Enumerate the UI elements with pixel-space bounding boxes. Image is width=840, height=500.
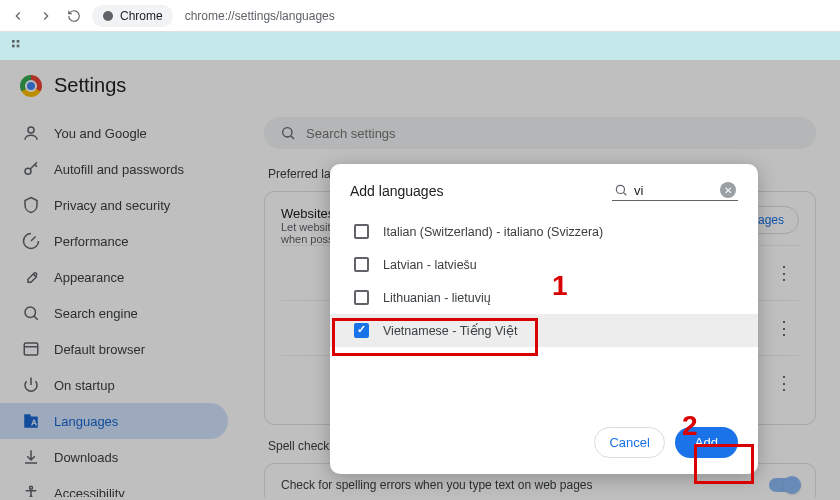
sidebar-item-on-startup[interactable]: On startup	[0, 367, 228, 403]
sidebar-item-privacy-and-security[interactable]: Privacy and security	[0, 187, 228, 223]
svg-point-11	[283, 128, 292, 137]
sidebar-item-label: Search engine	[54, 306, 138, 321]
svg-point-0	[103, 11, 113, 21]
search-icon	[22, 304, 40, 322]
window-icon	[22, 340, 40, 358]
sidebar-item-appearance[interactable]: Appearance	[0, 259, 228, 295]
sidebar-item-label: Downloads	[54, 450, 118, 465]
svg-rect-8	[24, 343, 38, 355]
key-icon	[22, 160, 40, 178]
sidebar-item-label: Appearance	[54, 270, 124, 285]
sidebar-item-label: Performance	[54, 234, 128, 249]
sidebar-item-you-and-google[interactable]: You and Google	[0, 115, 228, 151]
sidebar-item-search-engine[interactable]: Search engine	[0, 295, 228, 331]
cancel-button[interactable]: Cancel	[594, 427, 664, 458]
spellcheck-label: Check for spelling errors when you type …	[281, 478, 593, 492]
power-icon	[22, 376, 40, 394]
apps-grid-icon[interactable]	[10, 38, 26, 54]
sidebar-item-label: Default browser	[54, 342, 145, 357]
url-text[interactable]: chrome://settings/languages	[185, 9, 335, 23]
dialog-title: Add languages	[350, 183, 443, 199]
language-label: Lithuanian - lietuvių	[383, 291, 491, 305]
svg-point-12	[616, 185, 624, 193]
reload-button[interactable]	[64, 6, 84, 26]
annotation-label-1: 1	[552, 270, 568, 302]
language-label: Italian (Switzerland) - italiano (Svizze…	[383, 225, 603, 239]
dialog-search-input[interactable]	[634, 183, 714, 198]
checkbox[interactable]	[354, 290, 369, 305]
sidebar-item-languages[interactable]: Languages	[0, 403, 228, 439]
back-button[interactable]	[8, 6, 28, 26]
more-icon[interactable]: ⋮	[775, 262, 795, 284]
browser-toolbar: Chrome chrome://settings/languages	[0, 0, 840, 32]
search-icon	[280, 125, 296, 141]
language-label: Latvian - latviešu	[383, 258, 477, 272]
svg-point-5	[28, 127, 34, 133]
language-option[interactable]: Vietnamese - Tiếng Việt	[330, 314, 758, 347]
sidebar-item-autofill-and-passwords[interactable]: Autofill and passwords	[0, 151, 228, 187]
url-chip-label: Chrome	[120, 9, 163, 23]
checkbox[interactable]	[354, 323, 369, 338]
svg-point-9	[30, 486, 33, 489]
url-chip[interactable]: Chrome	[92, 5, 173, 27]
checkbox[interactable]	[354, 224, 369, 239]
svg-rect-4	[17, 45, 20, 48]
language-option[interactable]: Latvian - latviešu	[330, 248, 758, 281]
sidebar-item-label: Accessibility	[54, 486, 125, 498]
accessibility-icon	[22, 484, 40, 497]
checkbox[interactable]	[354, 257, 369, 272]
dialog-search[interactable]: ✕	[612, 180, 738, 201]
sidebar-item-label: Languages	[54, 414, 118, 429]
svg-point-6	[25, 168, 31, 174]
sidebar-item-default-browser[interactable]: Default browser	[0, 331, 228, 367]
speed-icon	[22, 232, 40, 250]
language-option[interactable]: Italian (Switzerland) - italiano (Svizze…	[330, 215, 758, 248]
sidebar-item-label: You and Google	[54, 126, 147, 141]
svg-point-7	[25, 307, 36, 318]
sidebar-item-performance[interactable]: Performance	[0, 223, 228, 259]
chrome-logo-icon	[20, 75, 42, 97]
secondary-toolbar	[0, 32, 840, 60]
user-icon	[22, 124, 40, 142]
translate-icon	[22, 412, 40, 430]
settings-search[interactable]	[264, 117, 816, 149]
svg-rect-1	[12, 40, 15, 43]
settings-search-input[interactable]	[306, 126, 800, 141]
spellcheck-toggle[interactable]	[769, 478, 799, 492]
language-option[interactable]: Lithuanian - lietuvių	[330, 281, 758, 314]
sidebar-item-label: Privacy and security	[54, 198, 170, 213]
sidebar-item-label: Autofill and passwords	[54, 162, 184, 177]
language-options-list: Italian (Switzerland) - italiano (Svizze…	[330, 211, 758, 351]
page-header: Settings	[0, 60, 840, 111]
svg-rect-2	[17, 40, 20, 43]
forward-button[interactable]	[36, 6, 56, 26]
more-icon[interactable]: ⋮	[775, 372, 795, 394]
page-title: Settings	[54, 74, 126, 97]
shield-icon	[22, 196, 40, 214]
brush-icon	[22, 268, 40, 286]
svg-rect-3	[12, 45, 15, 48]
settings-sidebar: You and GoogleAutofill and passwordsPriv…	[0, 111, 240, 497]
sidebar-item-accessibility[interactable]: Accessibility	[0, 475, 228, 497]
sidebar-item-downloads[interactable]: Downloads	[0, 439, 228, 475]
more-icon[interactable]: ⋮	[775, 317, 795, 339]
clear-search-icon[interactable]: ✕	[720, 182, 736, 198]
download-icon	[22, 448, 40, 466]
sidebar-item-label: On startup	[54, 378, 115, 393]
settings-page: Settings You and GoogleAutofill and pass…	[0, 60, 840, 500]
annotation-label-2: 2	[682, 410, 698, 442]
search-icon	[614, 183, 628, 197]
language-label: Vietnamese - Tiếng Việt	[383, 323, 517, 338]
